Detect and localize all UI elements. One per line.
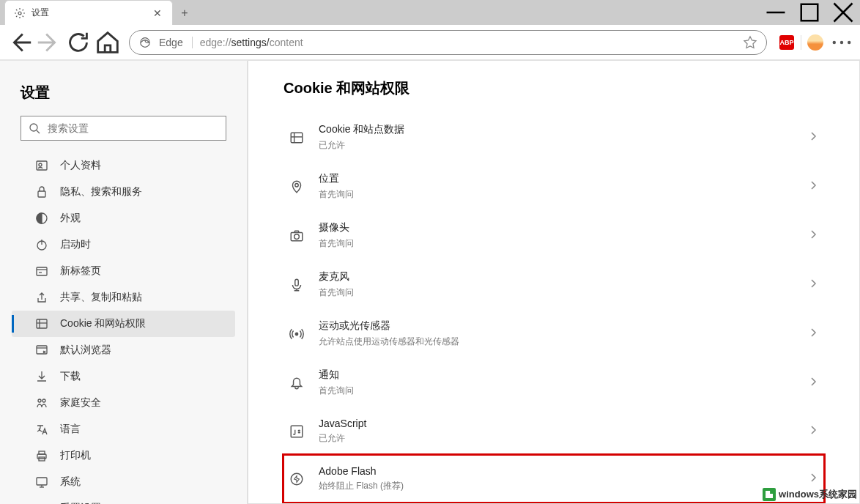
permission-status: 首先询问 (319, 237, 793, 250)
maximize-button[interactable] (793, 1, 826, 23)
more-menu-button[interactable] (829, 30, 854, 55)
svg-rect-1 (801, 4, 818, 21)
browser-tab[interactable]: 设置 ✕ (4, 0, 173, 25)
svg-rect-43 (291, 426, 303, 437)
lock-icon (35, 185, 48, 199)
settings-sidebar: 设置 个人资料隐私、搜索和服务外观启动时新标签页共享、复制和粘贴Cookie 和… (0, 61, 248, 504)
permission-name: 运动或光传感器 (319, 319, 793, 333)
permission-item-js[interactable]: JavaScript 已允许 (283, 407, 824, 455)
share-icon (35, 291, 48, 304)
permission-item-mic[interactable]: 麦克风 首先询问 (283, 260, 824, 309)
download-icon (35, 370, 48, 383)
svg-point-38 (295, 183, 298, 186)
sidebar-item-share[interactable]: 共享、复制和粘贴 (12, 284, 235, 311)
sidebar-item-lock[interactable]: 隐私、搜索和服务 (12, 179, 235, 205)
svg-point-12 (39, 163, 42, 166)
favorite-icon[interactable] (743, 35, 757, 50)
svg-point-25 (38, 399, 41, 402)
permission-item-cookie[interactable]: Cookie 和站点数据 已允许 (283, 113, 824, 162)
location-icon (289, 179, 304, 194)
svg-point-9 (30, 124, 37, 131)
flash-icon (289, 472, 304, 486)
permission-item-camera[interactable]: 摄像头 首先询问 (283, 211, 824, 260)
main-panel: Cookie 和网站权限 Cookie 和站点数据 已允许 位置 首先询问 摄像… (248, 60, 860, 504)
watermark: windows系统家园 (763, 488, 857, 501)
sidebar-item-label: 外观 (60, 212, 81, 225)
sidebar-item-power[interactable]: 启动时 (12, 231, 235, 258)
close-window-button[interactable] (826, 1, 860, 23)
motion-icon (289, 327, 304, 341)
sidebar-item-newtab[interactable]: 新标签页 (12, 258, 235, 284)
sidebar-item-label: 下载 (60, 370, 81, 383)
sidebar-item-family[interactable]: 家庭安全 (12, 390, 235, 416)
sidebar-item-cookie[interactable]: Cookie 和网站权限 (12, 311, 235, 337)
chevron-right-icon (808, 327, 818, 341)
back-button[interactable] (6, 29, 34, 56)
permission-status: 已允许 (319, 432, 793, 445)
new-tab-button[interactable]: + (173, 1, 196, 25)
permission-name: Adobe Flash (319, 465, 793, 477)
permission-status: 首先询问 (319, 188, 793, 201)
sidebar-item-system[interactable]: 系统 (12, 469, 235, 495)
sidebar-item-reset[interactable]: 重置设置 (12, 495, 235, 504)
permission-name: 麦克风 (319, 270, 793, 284)
minimize-button[interactable] (759, 1, 793, 23)
permission-item-location[interactable]: 位置 首先询问 (283, 162, 824, 211)
address-url: edge://settings/content (200, 37, 735, 48)
appearance-icon (35, 212, 48, 225)
sidebar-item-language[interactable]: 语言 (12, 416, 235, 442)
permission-status: 始终阻止 Flash (推荐) (319, 480, 793, 492)
sidebar-item-profile[interactable]: 个人资料 (12, 152, 235, 179)
svg-rect-20 (37, 319, 47, 328)
svg-rect-41 (295, 279, 298, 286)
page-title: Cookie 和网站权限 (283, 78, 824, 98)
svg-point-4 (18, 12, 21, 15)
search-icon (29, 122, 40, 134)
profile-avatar-icon[interactable] (803, 30, 828, 55)
sidebar-item-label: 系统 (60, 475, 81, 489)
abp-extension-icon[interactable]: ABP (774, 30, 799, 55)
bell-icon (289, 376, 304, 390)
gear-icon (14, 7, 26, 19)
chevron-right-icon (808, 229, 818, 242)
tab-close-button[interactable]: ✕ (152, 6, 163, 21)
search-input[interactable] (48, 122, 218, 134)
sidebar-item-browser[interactable]: 默认浏览器 (12, 337, 235, 363)
chevron-right-icon (808, 472, 818, 486)
power-icon (35, 238, 48, 251)
sidebar-item-appearance[interactable]: 外观 (12, 205, 235, 231)
chevron-right-icon (808, 377, 818, 390)
address-bar[interactable]: Edge edge://settings/content (129, 30, 767, 55)
browser-icon (35, 344, 48, 357)
forward-button[interactable] (35, 29, 63, 56)
refresh-button[interactable] (64, 29, 92, 56)
printer-icon (35, 449, 48, 462)
family-icon (35, 396, 48, 410)
sidebar-item-printer[interactable]: 打印机 (12, 442, 235, 469)
permission-item-bell[interactable]: 通知 首先询问 (283, 358, 824, 407)
sidebar-item-label: 共享、复制和粘贴 (60, 291, 142, 304)
search-settings-box[interactable] (21, 116, 226, 141)
svg-point-7 (840, 40, 843, 43)
tab-title: 设置 (31, 7, 146, 19)
permission-item-motion[interactable]: 运动或光传感器 允许站点使用运动传感器和光传感器 (283, 309, 824, 358)
svg-rect-13 (38, 191, 45, 197)
permission-item-flash[interactable]: Adobe Flash 始终阻止 Flash (推荐) (283, 455, 824, 503)
permission-name: 摄像头 (319, 221, 793, 234)
sidebar-item-label: 打印机 (60, 449, 91, 462)
sidebar-item-label: 隐私、搜索和服务 (60, 185, 142, 199)
svg-rect-35 (291, 133, 303, 142)
address-label: Edge (159, 37, 193, 48)
sidebar-item-download[interactable]: 下载 (12, 363, 235, 390)
chevron-right-icon (808, 425, 818, 438)
home-button[interactable] (94, 29, 122, 56)
permission-status: 已允许 (319, 139, 793, 152)
svg-line-10 (37, 130, 40, 133)
svg-rect-28 (39, 451, 45, 454)
permission-status: 首先询问 (319, 286, 793, 299)
camera-icon (289, 229, 304, 243)
mic-icon (289, 278, 304, 292)
sidebar-item-label: 默认浏览器 (60, 344, 111, 357)
sidebar-item-label: 家庭安全 (60, 396, 101, 410)
watermark-logo-icon (763, 488, 776, 501)
